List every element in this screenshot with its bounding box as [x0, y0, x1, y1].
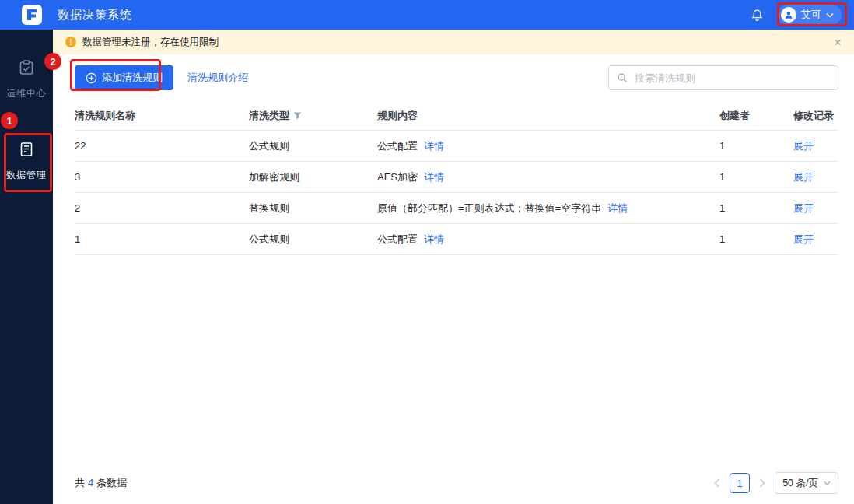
ops-clipboard-icon	[18, 59, 35, 79]
header-record: 修改记录	[793, 109, 838, 123]
header-rule-name: 清洗规则名称	[75, 109, 249, 123]
rule-content-text: 公式配置	[377, 139, 418, 153]
sidebar-item-ops-center[interactable]: 运维中心	[0, 59, 53, 100]
rule-content-text: AES加密	[377, 170, 418, 184]
rule-name-cell: 22	[75, 140, 249, 152]
search-input[interactable]	[633, 72, 830, 85]
app-logo-icon	[22, 5, 42, 25]
creator-cell: 1	[719, 140, 793, 152]
total-prefix: 共	[75, 477, 85, 488]
record-cell: 展开	[793, 170, 838, 184]
table-row: 1 公式规则 公式配置 详情 1 展开	[75, 224, 838, 255]
add-clean-rule-button[interactable]: 添加清洗规则	[75, 65, 173, 90]
user-avatar	[781, 7, 796, 23]
record-cell: 展开	[793, 139, 838, 153]
clean-rules-table: 清洗规则名称 清洗类型 规则内容 创建者 修改记录 22 公式规则 公式配置 详…	[75, 101, 838, 255]
top-bar-right: 艾可	[751, 5, 854, 25]
total-suffix: 条数据	[96, 477, 127, 488]
plus-circle-icon	[86, 72, 97, 84]
detail-link[interactable]: 详情	[424, 170, 444, 184]
add-clean-rule-label: 添加清洗规则	[102, 71, 163, 85]
page-size-select[interactable]: 50 条/页	[775, 472, 838, 494]
expand-link[interactable]: 展开	[793, 201, 814, 215]
table-row: 2 替换规则 原值（部分匹配）=正则表达式；替换值=空字符串 详情 1 展开	[75, 193, 838, 224]
creator-cell: 1	[719, 171, 793, 183]
warning-banner: ! 数据管理未注册，存在使用限制 ×	[53, 30, 854, 54]
next-page-icon[interactable]	[759, 478, 765, 488]
sidebar-item-label: 数据管理	[6, 169, 47, 182]
chevron-down-icon	[826, 12, 834, 18]
rule-type-cell: 公式规则	[249, 233, 377, 247]
user-name: 艾可	[801, 8, 821, 22]
header-rule-type: 清洗类型	[249, 109, 377, 123]
expand-link[interactable]: 展开	[793, 139, 814, 153]
data-book-icon	[18, 141, 35, 161]
rule-type-cell: 替换规则	[249, 201, 377, 215]
warning-text: 数据管理未注册，存在使用限制	[82, 36, 219, 49]
rule-intro-link[interactable]: 清洗规则介绍	[187, 71, 248, 85]
creator-cell: 1	[719, 233, 793, 245]
detail-link[interactable]: 详情	[607, 201, 628, 215]
table-row: 22 公式规则 公式配置 详情 1 展开	[75, 131, 838, 162]
table-footer: 共4条数据 1 50 条/页	[75, 471, 838, 495]
page-size-value: 50 条/页	[782, 477, 818, 490]
total-count-text: 共4条数据	[75, 476, 127, 490]
detail-link[interactable]: 详情	[424, 139, 444, 153]
warning-icon: !	[65, 37, 76, 47]
expand-link[interactable]: 展开	[793, 170, 814, 184]
search-icon	[617, 72, 628, 83]
pagination: 1 50 条/页	[714, 472, 838, 494]
user-menu[interactable]: 艾可	[778, 5, 842, 25]
top-bar: 数据决策系统 艾可	[0, 0, 854, 30]
header-rule-content: 规则内容	[377, 109, 719, 123]
sidebar: 运维中心 数据管理	[0, 30, 53, 504]
header-rule-type-label: 清洗类型	[249, 109, 289, 123]
close-icon[interactable]: ×	[834, 36, 842, 49]
toolbar: 添加清洗规则 清洗规则介绍	[75, 65, 838, 90]
header-creator: 创建者	[719, 109, 793, 123]
rule-name-cell: 2	[75, 202, 249, 214]
chevron-down-icon	[824, 481, 831, 485]
search-box[interactable]	[608, 65, 838, 90]
app-title: 数据决策系统	[58, 8, 132, 23]
prev-page-icon[interactable]	[714, 478, 720, 488]
notification-bell-icon[interactable]	[751, 9, 764, 22]
detail-link[interactable]: 详情	[424, 233, 444, 247]
expand-link[interactable]: 展开	[793, 233, 814, 247]
app-window: 数据决策系统 艾可 运维中心	[0, 0, 854, 504]
rule-type-cell: 加解密规则	[249, 170, 377, 184]
total-count: 4	[88, 477, 93, 488]
rule-type-cell: 公式规则	[249, 139, 377, 153]
rule-content-text: 原值（部分匹配）=正则表达式；替换值=空字符串	[377, 201, 601, 215]
record-cell: 展开	[793, 233, 838, 247]
creator-cell: 1	[719, 202, 793, 214]
rule-content-text: 公式配置	[377, 233, 418, 247]
sidebar-item-data-management[interactable]: 数据管理	[0, 141, 53, 182]
main-content: 添加清洗规则 清洗规则介绍 清洗规则名称 清洗类型 规则内容	[53, 54, 854, 504]
rule-content-cell: 公式配置 详情	[377, 233, 719, 247]
rule-name-cell: 1	[75, 233, 249, 245]
rule-content-cell: 公式配置 详情	[377, 139, 719, 153]
sidebar-item-label: 运维中心	[6, 87, 47, 100]
rule-content-cell: AES加密 详情	[377, 170, 719, 184]
filter-funnel-icon[interactable]	[293, 111, 302, 120]
table-row: 3 加解密规则 AES加密 详情 1 展开	[75, 162, 838, 193]
record-cell: 展开	[793, 201, 838, 215]
rule-content-cell: 原值（部分匹配）=正则表达式；替换值=空字符串 详情	[377, 201, 719, 215]
current-page-button[interactable]: 1	[730, 473, 750, 493]
rule-name-cell: 3	[75, 171, 249, 183]
table-header-row: 清洗规则名称 清洗类型 规则内容 创建者 修改记录	[75, 101, 838, 131]
